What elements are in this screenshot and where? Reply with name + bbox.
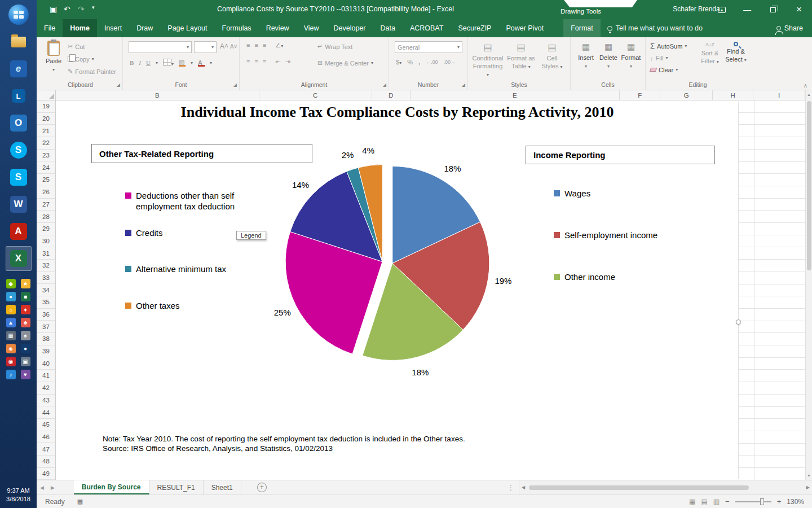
tell-me-box[interactable]: Tell me what you want to do [601,19,709,37]
tab-securezip[interactable]: SecureZIP [451,19,498,37]
tab-page-layout[interactable]: Page Layout [160,19,214,37]
paste-button[interactable]: Paste ▾ [43,41,64,73]
tab-power-pivot[interactable]: Power Pivot [498,19,551,37]
collapse-ribbon-button[interactable]: ∧ [804,82,807,89]
taskbar-acrobat[interactable]: A [6,219,32,244]
save-icon[interactable]: ▣ [50,5,57,14]
ribbon-display-options-button[interactable]: ▴ [709,0,735,19]
sheet-tab-burden-by-source[interactable]: Burden By Source [74,480,149,494]
pie-chart[interactable]: 18%19%18%25%14%2%4% [258,133,517,392]
underline-caret[interactable]: ▾ [156,60,158,65]
sheet-nav-right[interactable]: ▶ [47,480,58,494]
row-header[interactable]: 22 [37,137,55,150]
font-name-combobox[interactable]: ▾ [129,41,192,53]
align-center-button[interactable]: ≡ [254,58,258,65]
row-header[interactable]: 45 [37,419,55,431]
scroll-left-arrow[interactable]: ◀ [519,485,527,490]
tray-icon[interactable]: ◆ [6,279,16,288]
align-top-button[interactable]: ≡ [246,42,250,49]
row-header[interactable]: 29 [37,223,55,235]
column-header[interactable]: F [620,90,660,100]
row-header[interactable]: 42 [37,382,55,395]
row-header[interactable]: 33 [37,272,55,284]
row-header[interactable]: 31 [37,247,55,260]
legend-item-credits[interactable]: Credits [125,227,163,238]
font-color-button[interactable]: A [198,59,205,67]
page-break-view-button[interactable]: ▥ [713,498,720,506]
row-header[interactable]: 30 [37,235,55,248]
close-button[interactable]: × [786,0,812,19]
tray-icon[interactable]: ◈ [6,344,16,353]
legend-right-title-box[interactable]: Income Reporting [526,146,715,164]
scroll-down-arrow[interactable]: ▼ [807,471,811,480]
borders-button[interactable]: ▾ [163,59,174,67]
column-header[interactable]: G [660,90,713,100]
insert-cells-button[interactable]: ▦ Insert▾ [575,42,597,69]
row-header[interactable]: 28 [37,211,55,223]
tab-review[interactable]: Review [259,19,297,37]
taskbar-outlook[interactable]: O [6,111,32,135]
select-all-button[interactable] [37,90,56,100]
number-format-combobox[interactable]: General▾ [395,41,462,53]
align-left-button[interactable]: ≡ [246,58,250,65]
clipboard-dialog-launcher[interactable]: ◢ [117,82,120,87]
tray-icon[interactable]: ▲ [6,318,16,327]
row-header[interactable]: 49 [37,468,55,480]
wrap-text-button[interactable]: ↵Wrap Text [317,42,352,51]
sheet-tab-sheet1[interactable]: Sheet1 [204,480,241,494]
taskbar-lync[interactable]: L [6,84,32,108]
row-header[interactable]: 23 [37,150,55,162]
zoom-slider-thumb[interactable] [760,498,764,505]
legend-item-other-taxes[interactable]: Other taxes [125,300,180,311]
align-middle-button[interactable]: ≡ [254,42,258,49]
scroll-right-arrow[interactable]: ▶ [804,485,812,490]
zoom-level[interactable]: 130% [787,498,804,506]
sheet-nav-left[interactable]: ◀ [37,480,47,494]
tab-draw[interactable]: Draw [129,19,160,37]
conditional-formatting-button[interactable]: ▤ ConditionalFormatting ▾ [471,42,504,78]
chart-object[interactable]: Individual Income Tax Compliance Costs b… [56,102,739,479]
normal-view-button[interactable]: ▦ [689,498,695,506]
start-button[interactable] [6,2,32,27]
tab-data[interactable]: Data [373,19,402,37]
row-header[interactable]: 46 [37,431,55,444]
tray-icon[interactable]: ■ [21,292,30,301]
tray-icon[interactable]: ☼ [6,305,16,314]
row-header[interactable]: 32 [37,260,55,272]
minimize-button[interactable]: — [734,0,760,19]
row-header[interactable]: 48 [37,456,55,468]
row-header[interactable]: 24 [37,161,55,174]
legend-item-self-employment[interactable]: Self-employment income [554,230,657,240]
tray-icon[interactable]: ▦ [6,331,16,340]
tray-icon[interactable]: ◉ [6,357,16,366]
find-select-button[interactable]: Find &Select ▾ [723,42,748,64]
column-header[interactable]: D [372,90,411,100]
row-header[interactable]: 43 [37,395,55,407]
row-header[interactable]: 39 [37,345,55,358]
vertical-scroll-thumb[interactable] [807,101,811,270]
accounting-format-button[interactable]: $▾ [396,59,401,65]
tray-icon[interactable]: ♦ [21,305,30,314]
tray-icon[interactable]: ♠ [21,331,30,340]
autosum-button[interactable]: ΣAutoSum▾ [650,41,687,51]
comma-style-button[interactable]: , [418,59,420,65]
decrease-decimal-button[interactable]: .00→ [444,59,456,65]
tab-acrobat[interactable]: ACROBAT [403,19,451,37]
increase-indent-button[interactable]: ⇥ [285,58,290,65]
tray-icon[interactable]: ♣ [21,318,30,327]
taskbar-word[interactable]: W [6,192,32,217]
delete-cells-button[interactable]: ▦ Delete▾ [598,42,619,69]
alignment-dialog-launcher[interactable]: ◢ [383,82,386,87]
row-header[interactable]: 21 [37,125,55,137]
tab-formulas[interactable]: Formulas [215,19,259,37]
paste-dropdown-caret[interactable]: ▾ [52,67,55,73]
format-as-table-button[interactable]: ▤ Format asTable ▾ [505,42,537,71]
tab-developer[interactable]: Developer [326,19,373,37]
taskbar-skype-business[interactable]: S [6,138,32,163]
tab-file[interactable]: File [37,19,63,37]
tab-home[interactable]: Home [63,19,97,37]
column-header[interactable]: I [753,90,805,100]
row-header[interactable]: 20 [37,113,55,125]
vertical-scrollbar[interactable]: ▲ ▼ [805,90,812,480]
row-header[interactable]: 34 [37,284,55,296]
